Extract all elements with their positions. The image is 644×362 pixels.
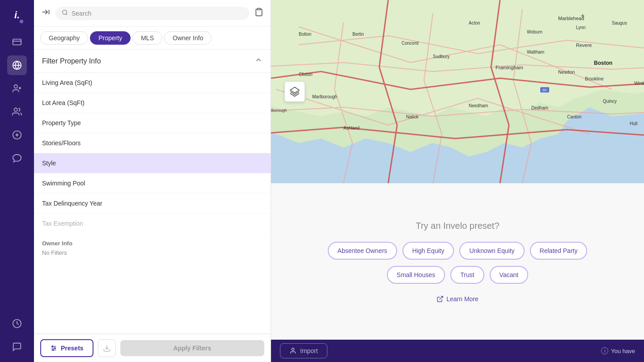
filter-list: Living Area (SqFt) Lot Area (SqFt) Prope…	[34, 73, 271, 333]
expand-icon[interactable]	[41, 8, 50, 19]
sidebar-item-marketing[interactable]	[7, 148, 27, 168]
svg-text:Acton: Acton	[469, 21, 480, 25]
svg-point-14	[63, 10, 67, 14]
top-bar: Search	[34, 0, 271, 27]
learn-more-label: Learn More	[446, 295, 479, 303]
svg-text:Westborough: Westborough	[271, 108, 287, 113]
left-panel: Search Geography Property MLS Owner Info…	[34, 0, 271, 362]
preset-chip-trust[interactable]: Trust	[450, 266, 484, 284]
svg-text:Bolton: Bolton	[299, 32, 311, 37]
svg-text:Natick: Natick	[406, 114, 419, 119]
preset-chip-unknown-equity[interactable]: Unknown Equity	[459, 242, 524, 260]
svg-text:Sudbury: Sudbury	[433, 54, 449, 59]
preset-panel: Try an Invelo preset? Absentee Owners Hi…	[271, 183, 644, 340]
search-icon	[62, 9, 68, 17]
export-button[interactable]	[98, 339, 116, 357]
status-text: i You have	[601, 347, 635, 354]
filter-section: Filter Property Info Living Area (SqFt) …	[34, 50, 271, 333]
svg-text:Concord: Concord	[402, 41, 419, 46]
svg-text:Waltham: Waltham	[527, 50, 544, 55]
filter-item-property-type[interactable]: Property Type	[34, 113, 271, 133]
svg-point-22	[52, 349, 54, 351]
svg-text:Marlborough: Marlborough	[312, 94, 337, 99]
svg-rect-16	[258, 8, 261, 10]
svg-text:Lynn: Lynn	[576, 25, 585, 30]
svg-text:Hull: Hull	[630, 121, 637, 126]
sidebar-item-add-contact[interactable]	[7, 79, 27, 98]
svg-text:Needham: Needham	[469, 103, 488, 108]
svg-line-15	[66, 13, 68, 15]
status-message: You have	[611, 348, 635, 354]
filter-tabs: Geography Property MLS Owner Info	[34, 27, 271, 50]
svg-text:Framingham: Framingham	[496, 65, 523, 70]
map-layers-button[interactable]	[284, 81, 305, 102]
tab-geography[interactable]: Geography	[40, 31, 88, 45]
preset-chips-row-1: Absentee Owners High Equity Unknown Equi…	[328, 242, 588, 260]
filter-item-tax-exemption[interactable]: Tax Exemption	[34, 214, 271, 234]
preset-title: Try an Invelo preset?	[415, 221, 499, 231]
tab-owner-info[interactable]: Owner Info	[164, 31, 212, 45]
svg-point-20	[52, 346, 53, 347]
svg-text:Boston: Boston	[594, 60, 612, 66]
presets-button[interactable]: Presets	[40, 339, 93, 357]
collapse-icon	[254, 56, 263, 66]
svg-text:Revere: Revere	[576, 42, 592, 48]
svg-text:Dedham: Dedham	[531, 105, 548, 110]
owner-info-section-label: Owner Info	[34, 234, 271, 247]
svg-text:Berlin: Berlin	[352, 32, 364, 37]
svg-rect-0	[13, 39, 21, 45]
svg-text:Quincy: Quincy	[603, 99, 617, 104]
preset-chip-small-houses[interactable]: Small Houses	[387, 266, 445, 284]
svg-point-58	[292, 348, 294, 350]
sidebar-item-globe[interactable]	[7, 55, 27, 75]
search-placeholder: Search	[72, 10, 91, 17]
preset-chip-absentee-owners[interactable]: Absentee Owners	[328, 242, 397, 260]
filter-item-stories-floors[interactable]: Stories/Floors	[34, 133, 271, 153]
apply-filters-button[interactable]: Apply Filters	[120, 340, 264, 356]
tab-property[interactable]: Property	[90, 31, 131, 45]
preset-chip-vacant[interactable]: Vacant	[490, 266, 529, 284]
sidebar-item-finance[interactable]	[7, 125, 27, 145]
status-bar: Import i You have	[271, 340, 644, 362]
bottom-toolbar: Presets Apply Filters	[34, 333, 271, 362]
svg-text:90: 90	[542, 88, 547, 92]
preset-chip-high-equity[interactable]: High Equity	[402, 242, 454, 260]
import-button[interactable]: Import	[280, 343, 327, 358]
svg-point-21	[54, 348, 55, 349]
svg-text:Winthrop: Winthrop	[634, 81, 644, 86]
filter-header-title: Filter Property Info	[42, 57, 101, 65]
import-label: Import	[300, 347, 318, 354]
preset-chip-related-party[interactable]: Related Party	[530, 242, 588, 260]
map-area: Marblehead Lynn Saugus Woburn Acton Walt…	[271, 0, 644, 183]
filter-item-lot-area[interactable]: Lot Area (SqFt)	[34, 93, 271, 113]
svg-text:Woburn: Woburn	[527, 29, 542, 34]
sidebar-item-history[interactable]	[7, 314, 27, 333]
svg-text:Ashland: Ashland	[343, 126, 360, 130]
status-info-icon: i	[601, 347, 608, 354]
sidebar-item-card[interactable]	[7, 32, 27, 52]
logo-area[interactable]: i.	[7, 5, 27, 25]
filter-item-tax-delinquency[interactable]: Tax Delinquency Year	[34, 194, 271, 214]
sidebar: i.	[0, 0, 34, 362]
sidebar-item-chat[interactable]	[7, 337, 27, 357]
tab-mls[interactable]: MLS	[132, 31, 162, 45]
presets-label: Presets	[61, 345, 84, 352]
sidebar-item-team[interactable]	[7, 102, 27, 122]
learn-more-link[interactable]: Learn More	[436, 295, 479, 303]
preset-chips-row-2: Small Houses Trust Vacant	[387, 266, 528, 284]
clipboard-icon[interactable]	[254, 8, 263, 19]
svg-text:Newton: Newton	[558, 69, 575, 75]
search-bar[interactable]: Search	[55, 7, 249, 20]
filter-item-living-area[interactable]: Living Area (SqFt)	[34, 73, 271, 93]
right-area: Marblehead Lynn Saugus Woburn Acton Walt…	[271, 0, 644, 362]
filter-item-swimming-pool[interactable]: Swimming Pool	[34, 173, 271, 194]
svg-text:Brookline: Brookline	[585, 76, 604, 81]
filter-item-style[interactable]: Style	[34, 153, 271, 173]
filter-header[interactable]: Filter Property Info	[34, 50, 271, 73]
svg-text:Canton: Canton	[567, 114, 581, 119]
logo: i.	[9, 7, 25, 23]
no-filters-text: No Filters	[34, 247, 271, 263]
svg-marker-56	[290, 87, 299, 93]
svg-text:✈: ✈	[580, 13, 585, 19]
svg-text:Clixton: Clixton	[299, 72, 313, 77]
